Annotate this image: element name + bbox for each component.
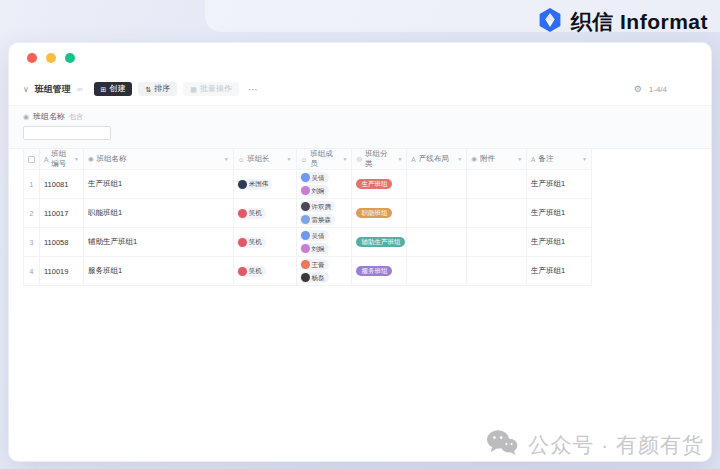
column-header-category[interactable]: ◎班组分类▼	[352, 149, 407, 169]
table-row[interactable]: 3110058辅助生产班组1笑机吴倩刘娴辅助生产班组生产班组1	[24, 228, 592, 257]
avatar	[301, 173, 310, 182]
column-header-members[interactable]: ☺班组成员▼	[297, 149, 353, 169]
create-button[interactable]: ⊞ 创建	[94, 82, 133, 96]
zoom-window-button[interactable]	[65, 53, 75, 63]
batch-actions-button[interactable]: ▦ 批量操作	[183, 82, 239, 96]
table-row[interactable]: 2110017职能班组1笑机许双腾雷焕森职能班组生产班组1	[24, 199, 592, 228]
cell-team-leader: 笑机	[234, 199, 297, 227]
cell-team-name: 服务班组1	[84, 257, 234, 285]
avatar	[301, 202, 310, 211]
cell-attachment	[467, 228, 527, 256]
name-field-icon: ◉	[88, 155, 94, 163]
chevron-down-icon[interactable]: ∨	[23, 85, 29, 94]
members-field-icon: ☺	[301, 156, 308, 163]
leader-chip: 笑机	[237, 237, 266, 248]
category-tag: 职能班组	[356, 208, 392, 219]
brand-name: 织信 Informat	[571, 8, 708, 36]
table-row[interactable]: 1110081生产班组1米国伟吴倩刘娴生产班组生产班组1	[24, 170, 592, 199]
column-dropdown-caret[interactable]: ▼	[342, 156, 347, 162]
column-dropdown-caret[interactable]: ▼	[517, 156, 522, 162]
column-dropdown-caret[interactable]: ▼	[224, 156, 229, 162]
column-header-name[interactable]: ◉班组名称▼	[84, 149, 234, 169]
share-link-icon[interactable]: ∞	[77, 85, 83, 94]
more-options-button[interactable]: ⋯	[248, 84, 259, 95]
avatar	[238, 209, 247, 218]
avatar	[238, 267, 247, 276]
column-label: 班组分类	[365, 149, 394, 169]
column-header-leader[interactable]: ☺班组长▼	[234, 149, 297, 169]
select-all-checkbox[interactable]	[28, 156, 35, 163]
avatar	[301, 186, 310, 195]
cell-team-category: 服务班组	[352, 257, 407, 285]
avatar	[301, 215, 310, 224]
column-dropdown-caret[interactable]: ▼	[74, 156, 79, 162]
gear-icon[interactable]: ⚙	[634, 84, 642, 94]
grid-icon: ▦	[190, 86, 197, 93]
row-number: 3	[30, 239, 34, 246]
cell-team-name: 辅助生产班组1	[84, 228, 234, 256]
pagination-counter: 1-4/4	[649, 85, 667, 94]
column-label: 附件	[480, 154, 495, 164]
cell-remark: 生产班组1	[527, 257, 592, 285]
cell-team-category: 职能班组	[352, 199, 407, 227]
member-chip: 吴倩	[300, 172, 329, 183]
cell-team-name: 生产班组1	[84, 170, 234, 198]
cell-team-category: 生产班组	[352, 170, 407, 198]
cell-team-leader: 笑机	[234, 228, 297, 256]
minimize-window-button[interactable]	[46, 53, 56, 63]
column-label: 班组名称	[97, 154, 127, 164]
column-header-remark[interactable]: A备注▼	[527, 149, 592, 169]
column-dropdown-caret[interactable]: ▼	[287, 156, 292, 162]
member-chip: 王晋	[300, 259, 329, 270]
cell-team-id: 110081	[40, 170, 84, 198]
cell-remark: 生产班组1	[527, 170, 592, 198]
avatar	[238, 180, 247, 189]
member-chip: 雷焕森	[300, 214, 336, 225]
cell-team-members: 许双腾雷焕森	[297, 199, 353, 227]
leader-chip: 米国伟	[237, 179, 273, 190]
remark-field-icon: A	[531, 156, 535, 163]
column-header-layout[interactable]: A产线布局▼	[407, 149, 467, 169]
attachment-field-icon: ◉	[471, 155, 477, 163]
column-dropdown-caret[interactable]: ▼	[457, 156, 462, 162]
category-field-icon: ◎	[356, 155, 362, 163]
close-window-button[interactable]	[27, 53, 37, 63]
row-number-cell: 1	[24, 170, 40, 198]
sort-arrows-icon: ⇅	[145, 86, 151, 93]
member-chip-label: 刘娴	[312, 187, 325, 195]
column-label: 班组编号	[51, 149, 71, 169]
column-label: 备注	[538, 154, 553, 164]
leader-chip: 笑机	[237, 208, 266, 219]
cell-team-members: 吴倩刘娴	[297, 228, 353, 256]
column-dropdown-caret[interactable]: ▼	[582, 156, 587, 162]
app-window: ∨ 班组管理 ∞ ⊞ 创建 ⇅ 排序 ▦ 批量操作 ⋯ ⚙ 1-4/4 ◉ 班组…	[8, 42, 712, 462]
member-chip: 刘娴	[300, 243, 329, 254]
column-label: 产线布局	[419, 154, 449, 164]
column-label: 班组长	[247, 154, 270, 164]
avatar	[301, 260, 310, 269]
sort-button[interactable]: ⇅ 排序	[138, 82, 177, 96]
cell-attachment	[467, 199, 527, 227]
cell-team-id: 110017	[40, 199, 84, 227]
member-chip-label: 王晋	[312, 261, 325, 269]
member-chip: 刘娴	[300, 185, 329, 196]
cell-team-leader: 笑机	[234, 257, 297, 285]
watermark: 公众号 · 有颜有货	[486, 429, 704, 460]
toolbar-right-group: ⚙ 1-4/4	[634, 84, 697, 94]
member-chip-label: 刘娴	[312, 245, 325, 253]
filter-value-input[interactable]	[23, 126, 111, 140]
column-header-attachment[interactable]: ◉附件▼	[467, 149, 527, 169]
leader-chip-label: 笑机	[249, 238, 262, 246]
column-header-id[interactable]: A班组编号▼	[40, 149, 84, 169]
brand-logo: 织信 Informat	[537, 7, 708, 37]
cell-attachment	[467, 257, 527, 285]
filter-operator-label[interactable]: 包含	[69, 112, 83, 122]
member-chip: 吴倩	[300, 230, 329, 241]
column-dropdown-caret[interactable]: ▼	[397, 156, 402, 162]
table-header-row: A班组编号▼◉班组名称▼☺班组长▼☺班组成员▼◎班组分类▼A产线布局▼◉附件▼A…	[24, 149, 592, 170]
table-row[interactable]: 4110019服务班组1笑机王晋杨磊服务班组生产班组1	[24, 257, 592, 286]
member-chip: 许双腾	[300, 201, 336, 212]
row-number-cell: 4	[24, 257, 40, 285]
cell-remark: 生产班组1	[527, 228, 592, 256]
cell-line-layout	[407, 170, 467, 198]
